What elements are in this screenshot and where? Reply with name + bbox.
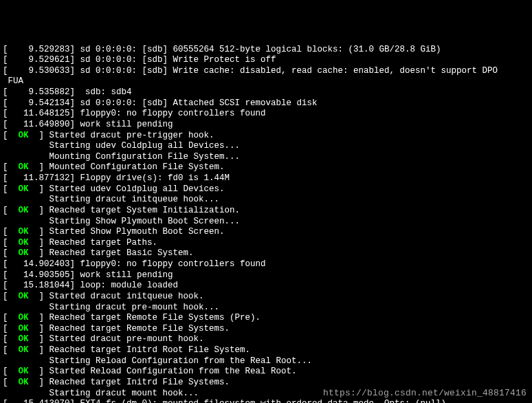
log-line: [ OK ] Reached target System Initializat… xyxy=(3,206,529,217)
log-line: [ OK ] Started dracut pre-trigger hook. xyxy=(3,131,529,142)
ok-status: OK xyxy=(19,292,29,301)
log-line: Starting Reload Configuration from the R… xyxy=(3,356,529,367)
log-line: [ 9.529283] sd 0:0:0:0: [sdb] 60555264 5… xyxy=(3,45,529,56)
log-line: [ 9.529621] sd 0:0:0:0: [sdb] Write Prot… xyxy=(3,55,529,66)
log-line: Mounting Configuration File System... xyxy=(3,152,529,163)
ok-status: OK xyxy=(19,206,29,215)
ok-status: OK xyxy=(19,378,29,387)
log-line: Starting dracut pre-mount hook... xyxy=(3,303,529,314)
log-line: [ 9.535882] sdb: sdb4 xyxy=(3,87,529,98)
ok-status: OK xyxy=(19,248,29,258)
log-line: [ OK ] Started Show Plymouth Boot Screen… xyxy=(3,227,529,238)
ok-status: OK xyxy=(19,162,29,172)
log-line: [ 15.181044] loop: module loaded xyxy=(3,281,529,292)
log-line: [ OK ] Started udev Coldplug all Devices… xyxy=(3,184,529,195)
log-line: [ OK ] Reached target Initrd Root File S… xyxy=(3,345,529,356)
log-line: [ 11.649890] work still pending xyxy=(3,120,529,131)
ok-status: OK xyxy=(19,334,29,344)
ok-status: OK xyxy=(19,345,29,355)
log-line: [ OK ] Reached target Initrd File System… xyxy=(3,378,529,389)
log-line: Starting dracut initqueue hook... xyxy=(3,195,529,206)
log-line: [ OK ] Reached target Basic System. xyxy=(3,248,529,259)
log-line: [ 15.413070] EXT4-fs (dm-0): mounted fil… xyxy=(3,399,529,403)
log-line: [ 11.648125] floppy0: no floppy controll… xyxy=(3,109,529,120)
log-line: [ 14.903505] work still pending xyxy=(3,270,529,281)
log-line: [ OK ] Reached target Remote File System… xyxy=(3,313,529,324)
ok-status: OK xyxy=(19,131,29,140)
log-line: Starting udev Coldplug all Devices... xyxy=(3,141,529,152)
log-line: [ OK ] Reached target Remote File System… xyxy=(3,324,529,335)
log-line: [ 9.542134] sd 0:0:0:0: [sdb] Attached S… xyxy=(3,98,529,109)
ok-status: OK xyxy=(19,227,29,237)
ok-status: OK xyxy=(19,184,29,194)
log-line: [ OK ] Started Reload Configuration from… xyxy=(3,367,529,378)
ok-status: OK xyxy=(19,313,29,323)
ok-status: OK xyxy=(19,324,29,334)
log-line: [ 11.877132] Floppy drive(s): fd0 is 1.4… xyxy=(3,173,529,184)
watermark-text: https://blog.csdn.net/weixin_48817416 xyxy=(323,388,527,399)
log-line: FUA xyxy=(3,76,529,87)
log-line: Starting Show Plymouth Boot Screen... xyxy=(3,217,529,228)
log-line: [ OK ] Mounted Configuration File System… xyxy=(3,162,529,173)
ok-status: OK xyxy=(19,238,29,248)
boot-log-terminal: [ 9.529283] sd 0:0:0:0: [sdb] 60555264 5… xyxy=(3,45,529,404)
log-line: [ 9.530633] sd 0:0:0:0: [sdb] Write cach… xyxy=(3,66,529,77)
log-line: [ 14.902403] floppy0: no floppy controll… xyxy=(3,259,529,270)
log-line: [ OK ] Started dracut pre-mount hook. xyxy=(3,334,529,345)
ok-status: OK xyxy=(19,367,29,376)
log-line: [ OK ] Reached target Paths. xyxy=(3,238,529,249)
log-line: [ OK ] Started dracut initqueue hook. xyxy=(3,292,529,303)
